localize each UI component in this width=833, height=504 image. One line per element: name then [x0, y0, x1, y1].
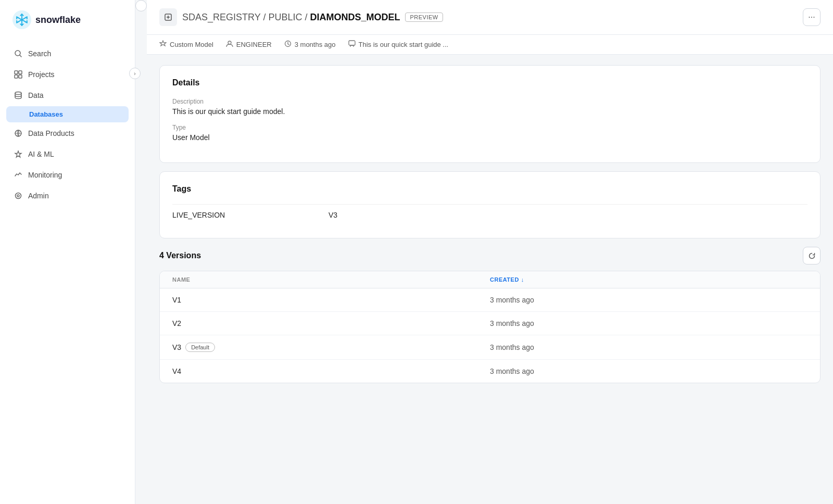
author-icon	[226, 40, 233, 49]
details-card-title: Details	[172, 78, 807, 87]
sidebar: snowflake Search Projects Data Databases	[0, 0, 135, 504]
logo: snowflake	[0, 0, 135, 40]
versions-title: 4 Versions	[159, 251, 201, 260]
breadcrumb-current: DIAMONDS_MODEL	[310, 12, 400, 22]
sidebar-item-admin[interactable]: Admin	[6, 186, 129, 206]
more-options-button[interactable]: ···	[803, 8, 821, 26]
sidebar-navigation: Search Projects Data Databases Data Prod…	[0, 40, 135, 210]
col-created-header: CREATED ↓	[490, 276, 807, 283]
version-created-v3: 3 months ago	[490, 343, 807, 351]
sort-arrow-icon[interactable]: ↓	[521, 276, 524, 283]
svg-rect-20	[15, 75, 18, 78]
sidebar-collapse-button[interactable]	[135, 0, 147, 11]
custom-model-icon	[159, 40, 167, 49]
versions-table: NAME CREATED ↓ V1 3 months ago V2 3 mont…	[159, 271, 821, 383]
meta-description: This is our quick start guide ...	[348, 40, 449, 49]
sidebar-item-data-products[interactable]: Data Products	[6, 123, 129, 143]
header-left: SDAS_REGISTRY / PUBLIC / DIAMONDS_MODEL …	[159, 8, 443, 26]
version-name-v2: V2	[172, 319, 490, 327]
tag-row-0: LIVE_VERSION V3	[172, 204, 807, 225]
tags-card: Tags LIVE_VERSION V3	[159, 171, 821, 238]
breadcrumb-sep1: /	[260, 12, 268, 22]
svg-line-9	[17, 17, 18, 18]
tags-table: LIVE_VERSION V3	[172, 204, 807, 225]
logo-text: snowflake	[35, 15, 81, 26]
svg-rect-21	[19, 75, 22, 78]
sidebar-toggle-button[interactable]: ›	[129, 68, 141, 79]
ai-ml-icon	[14, 149, 23, 159]
meta-type: Custom Model	[159, 40, 213, 49]
breadcrumb: SDAS_REGISTRY / PUBLIC / DIAMONDS_MODEL	[182, 12, 400, 23]
sidebar-item-ai-ml-label: AI & ML	[28, 150, 54, 158]
sidebar-item-monitoring-label: Monitoring	[28, 171, 62, 179]
version-name-v3: V3 Default	[172, 343, 490, 352]
search-icon	[14, 49, 23, 58]
version-created-v4: 3 months ago	[490, 367, 807, 375]
table-header: NAME CREATED ↓	[160, 271, 820, 288]
type-row: Type User Model	[172, 124, 807, 142]
page-header: SDAS_REGISTRY / PUBLIC / DIAMONDS_MODEL …	[147, 0, 833, 35]
meta-author-label: ENGINEER	[236, 41, 272, 48]
default-badge: Default	[185, 343, 215, 352]
comment-icon	[348, 40, 356, 49]
type-label: Type	[172, 124, 807, 131]
meta-bar: Custom Model ENGINEER 3 months ago This …	[147, 35, 833, 55]
type-value: User Model	[172, 133, 807, 142]
svg-point-28	[228, 41, 231, 44]
clock-icon	[284, 40, 292, 49]
svg-rect-32	[349, 41, 355, 45]
breadcrumb-part2: PUBLIC	[268, 12, 302, 22]
sidebar-item-databases[interactable]: Databases	[6, 106, 129, 122]
header-actions: ···	[803, 8, 821, 26]
sidebar-item-ai-ml[interactable]: AI & ML	[6, 144, 129, 164]
data-icon	[14, 91, 23, 100]
col-name-header: NAME	[172, 276, 490, 283]
sidebar-item-data-products-label: Data Products	[28, 129, 74, 137]
svg-point-22	[15, 92, 21, 95]
svg-point-23	[16, 193, 21, 199]
monitoring-icon	[14, 170, 23, 180]
sidebar-item-databases-label: Databases	[29, 110, 63, 118]
version-row-v1[interactable]: V1 3 months ago	[160, 288, 820, 312]
sidebar-item-projects-label: Projects	[28, 70, 55, 79]
sidebar-item-search[interactable]: Search	[6, 44, 129, 64]
meta-time: 3 months ago	[284, 40, 336, 49]
version-name-v4: V4	[172, 367, 490, 375]
sidebar-item-admin-label: Admin	[28, 192, 49, 200]
snowflake-logo-icon	[12, 10, 31, 29]
breadcrumb-sep2: /	[302, 12, 310, 22]
tag-key-0: LIVE_VERSION	[172, 211, 329, 219]
version-name-v1: V1	[172, 296, 490, 304]
breadcrumb-part1: SDAS_REGISTRY	[182, 12, 260, 22]
preview-badge: PREVIEW	[405, 12, 443, 22]
meta-time-label: 3 months ago	[295, 41, 336, 48]
tags-card-title: Tags	[172, 184, 807, 194]
details-card: Details Description This is our quick st…	[159, 65, 821, 163]
data-products-icon	[14, 129, 23, 138]
svg-point-24	[17, 195, 19, 197]
sidebar-item-projects[interactable]: Projects	[6, 65, 129, 84]
svg-line-31	[288, 44, 289, 45]
version-row-v2[interactable]: V2 3 months ago	[160, 312, 820, 335]
versions-header: 4 Versions	[159, 247, 821, 264]
svg-line-17	[20, 55, 21, 57]
content-area: Details Description This is our quick st…	[147, 55, 833, 504]
projects-icon	[14, 70, 23, 79]
sidebar-item-monitoring[interactable]: Monitoring	[6, 165, 129, 185]
main-content: SDAS_REGISTRY / PUBLIC / DIAMONDS_MODEL …	[147, 0, 833, 504]
description-value: This is our quick start guide model.	[172, 107, 807, 116]
description-label: Description	[172, 98, 807, 105]
version-row-v4[interactable]: V4 3 months ago	[160, 360, 820, 383]
svg-rect-18	[15, 71, 18, 74]
versions-section: 4 Versions NAME CREATED ↓ V1 3 months ag…	[159, 247, 821, 383]
model-type-icon	[159, 8, 177, 26]
sidebar-item-data-label: Data	[28, 91, 44, 99]
sidebar-item-search-label: Search	[28, 49, 51, 58]
version-row-v3[interactable]: V3 Default 3 months ago	[160, 335, 820, 360]
refresh-button[interactable]	[803, 247, 821, 264]
meta-type-label: Custom Model	[170, 41, 213, 48]
version-created-v1: 3 months ago	[490, 296, 807, 304]
meta-desc-label: This is our quick start guide ...	[359, 41, 449, 48]
tag-value-0: V3	[329, 211, 337, 219]
sidebar-item-data[interactable]: Data	[6, 85, 129, 105]
